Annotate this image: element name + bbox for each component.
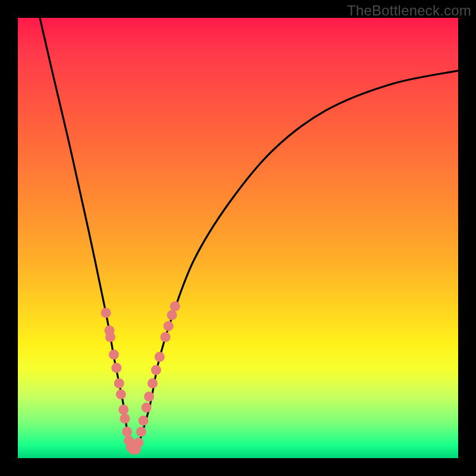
data-dot [155,352,165,362]
data-dot [148,378,158,389]
data-dot [167,310,177,320]
data-dot [105,332,115,342]
data-dot [118,405,129,415]
data-dot [151,365,161,375]
data-dot [114,378,124,389]
chart-frame: TheBottleneck.com [0,0,476,476]
data-dot [133,438,143,448]
data-dot [128,444,138,455]
dots-group [101,301,180,455]
data-dot [122,427,132,437]
data-dot [142,402,152,412]
data-dot [124,436,134,446]
data-dot [170,301,180,311]
plot-area [18,18,458,458]
data-dot [111,363,121,373]
curve-group [40,18,458,451]
bottleneck-curve [40,18,458,451]
watermark-text: TheBottleneck.com [347,2,471,19]
data-dot [160,332,170,342]
data-dot [126,442,136,452]
data-dot [109,350,119,360]
data-dot [116,389,126,399]
data-dot [131,444,141,455]
data-dot [101,308,111,318]
data-dot [144,392,154,402]
bottleneck-curve-svg [18,18,458,458]
data-dot [104,325,114,336]
data-dot [136,427,146,437]
data-dot [164,321,174,331]
data-dot [138,416,148,426]
data-dot [120,414,130,424]
